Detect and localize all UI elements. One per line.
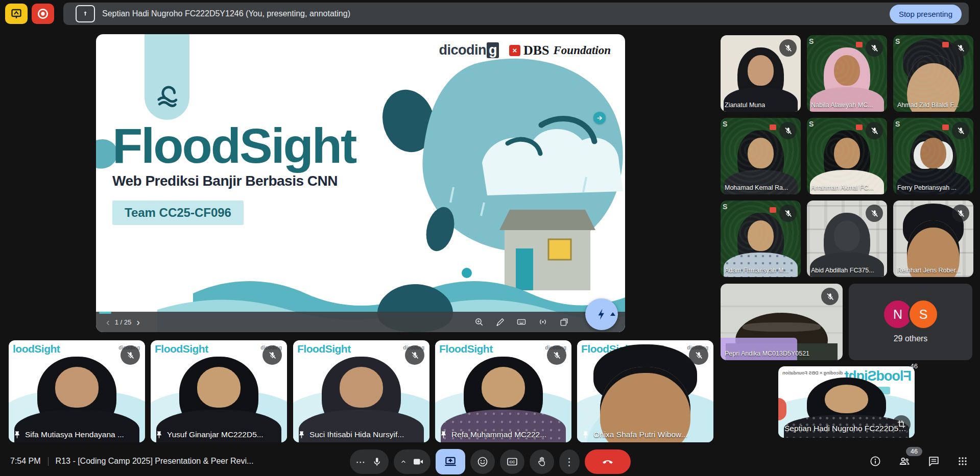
google-meet-window: Septian Hadi Nugroho FC222D5Y1246 (You, …: [0, 0, 980, 476]
participant-tile[interactable]: FloodSight dicoding S Onixa Shafa Putri …: [577, 340, 713, 442]
stop-presenting-button[interactable]: Stop presenting: [890, 5, 962, 23]
captions-button[interactable]: CC: [500, 449, 524, 474]
meeting-panels: 46: [869, 446, 969, 476]
mic-muted-icon: [866, 205, 883, 222]
participant-name: Abid Abdillah FC375...: [811, 267, 874, 274]
record-icon[interactable]: [32, 4, 54, 24]
pin-icon: [581, 431, 590, 439]
participant-tile[interactable]: S Zianatul Muna: [721, 35, 801, 112]
participant-tile[interactable]: FloodSight dicoding S Yusuf Ginanjar MC2…: [151, 340, 287, 442]
open-in-new-icon[interactable]: [559, 317, 569, 327]
keyboard-icon[interactable]: [516, 317, 527, 327]
participant-name: Ferry Pebriansyah ...: [897, 184, 957, 191]
bottom-control-bar: 7:54 PM R13 - [Coding Camp 2025] Present…: [0, 446, 980, 476]
annotate-pen-icon[interactable]: [495, 317, 505, 327]
raise-hand-button[interactable]: [530, 449, 554, 474]
participant-name: Zianatul Muna: [725, 102, 765, 109]
leave-call-button[interactable]: [585, 449, 631, 474]
mic-muted-icon: [689, 345, 708, 365]
avatar: N: [884, 300, 912, 328]
camera-control[interactable]: [394, 449, 431, 474]
participant-tile[interactable]: S Reinhart Jens Rober...: [893, 201, 973, 277]
pin-icon: [155, 431, 163, 439]
participant-tile[interactable]: S Nabila Alawiyah MC...: [807, 35, 887, 112]
bg-watermark-letter: S: [723, 203, 727, 211]
participant-name: Suci Ihtisabi Hida Nursyif...: [309, 430, 404, 439]
mic-muted-icon: [952, 39, 969, 57]
slide-subtitle: Web Prediksi Banjir Berbasis CNN: [112, 173, 338, 189]
overflow-avatars: N S: [884, 300, 937, 328]
next-slide-button[interactable]: ›: [133, 316, 143, 328]
slide-title: FloodSight: [112, 120, 355, 172]
participant-tile[interactable]: S Pepri Andika MC013D5Y0521: [721, 284, 843, 360]
top-bar: Septian Hadi Nugroho FC222D5Y1246 (You, …: [0, 0, 980, 29]
broadcast-icon[interactable]: [538, 317, 548, 327]
meeting-info: 7:54 PM R13 - [Coding Camp 2025] Present…: [10, 446, 253, 476]
participant-name: Septian Hadi Nugroho FC222D5Y12...: [784, 424, 911, 433]
prev-slide-button[interactable]: ‹: [103, 316, 113, 328]
participant-tile[interactable]: S Ferry Pebriansyah ...: [893, 118, 973, 194]
pin-icon: [297, 431, 306, 439]
shared-presentation[interactable]: dicoding × DBS Foundation FloodSight Web…: [96, 34, 625, 332]
participant-name: Adam Firmansyah M...: [725, 267, 789, 274]
annotate-dropdown-arrow[interactable]: [610, 312, 615, 316]
mic-control[interactable]: ⋯: [350, 449, 389, 474]
pin-icon: [439, 431, 448, 439]
participant-name: Yusuf Ginanjar MC222D5...: [167, 430, 264, 439]
participant-name: Pepri Andika MC013D5Y0521: [725, 350, 809, 357]
pin-icon: [13, 431, 21, 439]
participant-tile[interactable]: S Mohamad Kemal Ra...: [721, 118, 801, 194]
annotation-board-icon[interactable]: [5, 4, 28, 24]
others-count-label: 29 others: [894, 334, 928, 343]
participant-tile[interactable]: loodSight dicoding S Sifa Mutiasya Henda…: [9, 340, 145, 442]
mic-more-icon[interactable]: ⋯: [356, 456, 366, 468]
chevron-up-icon[interactable]: [400, 458, 407, 465]
participant-tile[interactable]: FloodSight dicoding S Suci Ihtisabi Hida…: [293, 340, 429, 442]
more-options-button[interactable]: ⋮: [559, 449, 580, 474]
mic-muted-icon: [547, 345, 566, 365]
mic-muted-icon: [866, 122, 883, 139]
dicoding-logo: dicoding: [439, 42, 499, 58]
presentation-toolbar: ‹ 1 / 25 ›: [96, 312, 625, 332]
participant-tile[interactable]: S Ahmad Zild Bilaldi F...: [893, 35, 973, 112]
self-view-tile[interactable]: FloodSight dicoding × DBS Foundation Sep…: [778, 366, 915, 438]
participant-tile[interactable]: FloodSight dicoding S Refa Muhammad MC22…: [435, 340, 571, 442]
divider: [48, 457, 49, 466]
meeting-details-button[interactable]: [869, 455, 881, 467]
floodsight-wave-logo: [145, 34, 189, 120]
chat-panel-button[interactable]: [927, 455, 940, 468]
participant-tile[interactable]: S Arrahman Akmal FC...: [807, 118, 887, 194]
mic-icon[interactable]: [371, 456, 383, 467]
participant-name: Sifa Mutiasya Hendayana ...: [25, 430, 124, 439]
participant-name: Onixa Shafa Putri Wibow...: [593, 430, 687, 439]
annotate-fab-button[interactable]: [585, 298, 618, 330]
participant-name: Arrahman Akmal FC...: [811, 184, 874, 191]
participant-count-badge: 46: [906, 447, 922, 456]
present-screen-button[interactable]: [436, 449, 465, 474]
participant-tile[interactable]: S Adam Firmansyah M...: [721, 201, 801, 277]
people-panel-button[interactable]: 46: [898, 455, 911, 468]
meeting-title: R13 - [Coding Camp 2025] Presentation & …: [56, 457, 254, 466]
zoom-in-icon[interactable]: [474, 317, 484, 327]
participant-tile[interactable]: S Abid Abdillah FC375...: [807, 201, 887, 277]
presenting-status-pill: Septian Hadi Nugroho FC222D5Y1246 (You, …: [63, 3, 969, 25]
mic-muted-icon: [121, 345, 140, 365]
presentation-tool-icons: [474, 317, 569, 327]
participant-name: Nabila Alawiyah MC...: [811, 102, 873, 109]
bg-watermark-logo: [770, 124, 776, 130]
overflow-participants-tile[interactable]: N S 29 others: [849, 284, 972, 360]
slide-text-block: FloodSight Web Prediksi Banjir Berbasis …: [112, 120, 355, 225]
clock: 7:54 PM: [10, 457, 41, 466]
call-controls: ⋯ CC ⋮: [350, 449, 631, 474]
bg-watermark-logo: [942, 124, 949, 130]
activities-button[interactable]: [957, 455, 969, 467]
team-badge: Team CC25-CF096: [112, 201, 244, 225]
mic-muted-icon: [779, 205, 797, 222]
mic-muted-icon: [952, 205, 969, 222]
participant-name: Ahmad Zild Bilaldi F...: [897, 102, 959, 109]
bg-watermark-letter: S: [809, 37, 814, 45]
camera-icon[interactable]: [412, 456, 424, 468]
participant-name: Refa Muhammad MC222...: [451, 430, 546, 439]
reactions-button[interactable]: [470, 449, 495, 474]
present-screen-icon: [76, 5, 95, 22]
